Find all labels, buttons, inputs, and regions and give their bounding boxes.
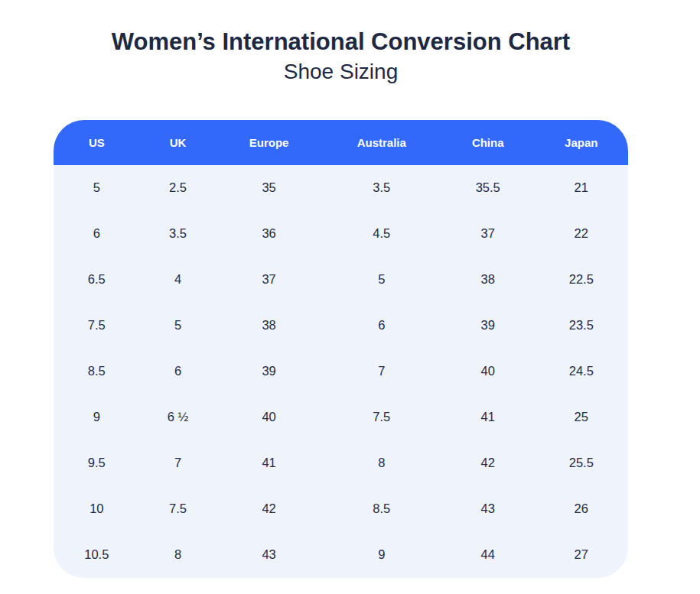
size-cell: 38 [217,303,322,349]
table-header: USUKEuropeAustraliaChinaJapan [54,120,628,165]
size-cell: 35 [217,165,322,211]
size-cell: 6 ½ [140,394,217,440]
size-cell: 6 [54,211,140,257]
column-header-uk: UK [140,120,217,165]
size-cell: 38 [441,257,535,303]
size-cell: 43 [441,486,535,532]
table-row: 52.5353.535.521 [54,165,628,211]
size-cell: 2.5 [140,165,217,211]
table-row: 6.543753822.5 [54,257,628,303]
size-cell: 35.5 [441,165,535,211]
column-header-us: US [54,120,140,165]
size-cell: 5 [54,165,140,211]
size-cell: 7.5 [140,486,217,532]
size-cell: 9 [322,532,441,578]
size-cell: 10.5 [54,532,140,578]
content-container: Women’s International Conversion Chart S… [54,0,628,578]
size-cell: 41 [441,394,535,440]
size-cell: 36 [217,211,322,257]
size-cell: 37 [441,211,535,257]
size-cell: 3.5 [322,165,441,211]
page-title: Women’s International Conversion Chart [54,28,628,56]
size-cell: 23.5 [535,303,628,349]
size-cell: 22.5 [535,257,628,303]
size-cell: 42 [217,486,322,532]
size-cell: 24.5 [535,349,628,394]
size-cell: 44 [441,532,535,578]
size-cell: 9 [54,394,140,440]
column-header-australia: Australia [322,120,441,165]
size-cell: 9.5 [54,440,140,486]
size-cell: 8.5 [322,486,441,532]
page-subtitle: Shoe Sizing [54,59,628,85]
size-cell: 7.5 [54,303,140,349]
size-cell: 8 [140,532,217,578]
size-cell: 40 [441,349,535,394]
size-cell: 7.5 [322,394,441,440]
size-cell: 6.5 [54,257,140,303]
table-row: 9.574184225.5 [54,440,628,486]
size-cell: 7 [322,349,441,394]
size-cell: 37 [217,257,322,303]
table-row: 7.553863923.5 [54,303,628,349]
size-cell: 39 [441,303,535,349]
size-cell: 41 [217,440,322,486]
table-row: 96 ½407.54125 [54,394,628,440]
column-header-china: China [441,120,535,165]
size-cell: 4 [140,257,217,303]
table-row: 8.563974024.5 [54,349,628,394]
column-header-japan: Japan [535,120,628,165]
size-cell: 39 [217,349,322,394]
size-cell: 25 [535,394,628,440]
table-row: 63.5364.53722 [54,211,628,257]
size-cell: 10 [54,486,140,532]
size-cell: 25.5 [535,440,628,486]
column-header-europe: Europe [217,120,322,165]
size-cell: 26 [535,486,628,532]
size-cell: 21 [535,165,628,211]
size-cell: 42 [441,440,535,486]
table-row: 10.584394427 [54,532,628,578]
conversion-table: USUKEuropeAustraliaChinaJapan 52.5353.53… [54,120,628,578]
size-cell: 6 [322,303,441,349]
size-cell: 3.5 [140,211,217,257]
table-row: 107.5428.54326 [54,486,628,532]
size-cell: 4.5 [322,211,441,257]
size-cell: 8.5 [54,349,140,394]
size-cell: 40 [217,394,322,440]
size-cell: 5 [322,257,441,303]
size-cell: 27 [535,532,628,578]
size-cell: 8 [322,440,441,486]
size-cell: 7 [140,440,217,486]
table-header-row: USUKEuropeAustraliaChinaJapan [54,120,628,165]
table-body: 52.5353.535.52163.5364.537226.543753822.… [54,165,628,578]
conversion-table-card: USUKEuropeAustraliaChinaJapan 52.5353.53… [54,120,628,578]
size-cell: 5 [140,303,217,349]
size-cell: 43 [217,532,322,578]
size-cell: 6 [140,349,217,394]
size-cell: 22 [535,211,628,257]
